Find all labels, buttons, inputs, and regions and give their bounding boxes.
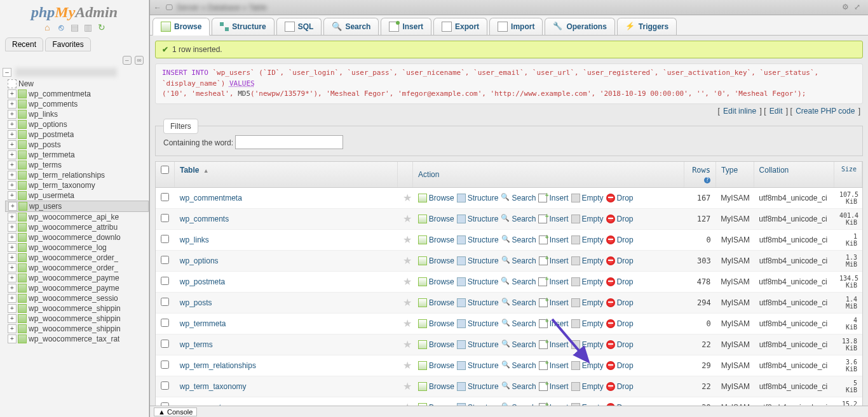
link-icon[interactable]: ∞ xyxy=(135,56,144,65)
filter-input[interactable] xyxy=(235,135,343,149)
action-drop[interactable]: Drop xyxy=(606,298,634,307)
sidebar-table-wp_terms[interactable]: + wp_terms xyxy=(5,160,149,170)
action-browse[interactable]: Browse xyxy=(418,319,454,328)
action-structure[interactable]: Structure xyxy=(457,361,499,370)
action-structure[interactable]: Structure xyxy=(457,298,499,307)
row-checkbox[interactable] xyxy=(161,319,169,327)
expand-icon[interactable]: + xyxy=(8,284,17,293)
action-drop[interactable]: Drop xyxy=(606,340,634,349)
expand-icon[interactable]: + xyxy=(8,100,17,109)
tab-browse[interactable]: Browse xyxy=(153,18,210,36)
sidebar-table-wp_woocommerce_tax_rat[interactable]: + wp_woocommerce_tax_rat xyxy=(5,334,149,344)
col-type[interactable]: Type xyxy=(716,162,754,187)
action-empty[interactable]: Empty xyxy=(571,361,604,370)
row-checkbox[interactable] xyxy=(161,361,169,369)
sidebar-table-wp_comments[interactable]: + wp_comments xyxy=(5,99,149,109)
expand-icon[interactable]: + xyxy=(8,304,17,313)
server-icon[interactable]: 🖵 xyxy=(165,3,173,12)
edit-link[interactable]: Edit xyxy=(770,107,783,116)
sidebar-table-wp_woocommerce_order_[interactable]: + wp_woocommerce_order_ xyxy=(5,263,149,273)
info-icon[interactable]: ? xyxy=(704,177,710,183)
action-drop[interactable]: Drop xyxy=(606,194,634,202)
sidebar-table-wp_woocommerce_sessio[interactable]: + wp_woocommerce_sessio xyxy=(5,293,149,303)
action-drop[interactable]: Drop xyxy=(606,235,634,244)
nav-toggle-icon[interactable]: ← xyxy=(154,3,161,12)
action-drop[interactable]: Drop xyxy=(606,361,634,370)
action-drop[interactable]: Drop xyxy=(606,277,634,286)
tab-operations[interactable]: Operations xyxy=(545,18,614,35)
favorite-star[interactable]: ★ xyxy=(398,378,413,394)
expand-icon[interactable]: + xyxy=(8,130,17,139)
table-name-link[interactable]: wp_commentmeta xyxy=(175,192,398,204)
action-empty[interactable]: Empty xyxy=(571,235,604,244)
action-structure[interactable]: Structure xyxy=(457,319,499,328)
console-toggle[interactable]: ▲ Console xyxy=(154,407,197,416)
favorites-tab[interactable]: Favorites xyxy=(45,37,90,51)
collapse-all-icon[interactable]: – xyxy=(123,56,132,65)
action-search[interactable]: Search xyxy=(501,277,536,286)
row-checkbox[interactable] xyxy=(161,381,169,390)
action-browse[interactable]: Browse xyxy=(418,215,454,223)
expand-icon[interactable]: + xyxy=(8,140,17,149)
action-structure[interactable]: Structure xyxy=(457,340,499,349)
action-search[interactable]: Search xyxy=(501,298,536,307)
logout-icon[interactable]: ⎋ xyxy=(56,22,66,32)
expand-icon[interactable]: + xyxy=(8,233,17,242)
sidebar-table-wp_woocommerce_shippin[interactable]: + wp_woocommerce_shippin xyxy=(5,303,149,314)
action-empty[interactable]: Empty xyxy=(571,215,604,223)
sidebar-table-wp_usermeta[interactable]: + wp_usermeta xyxy=(5,190,149,201)
action-insert[interactable]: Insert xyxy=(539,298,569,307)
expand-icon[interactable]: + xyxy=(8,120,17,129)
favorite-star[interactable]: ★ xyxy=(398,336,413,352)
expand-icon[interactable]: + xyxy=(8,181,17,190)
action-empty[interactable]: Empty xyxy=(571,319,604,328)
row-checkbox[interactable] xyxy=(161,277,169,285)
action-browse[interactable]: Browse xyxy=(418,194,454,202)
tab-sql[interactable]: SQL xyxy=(276,18,322,35)
sidebar-table-wp_woocommerce_api_ke[interactable]: + wp_woocommerce_api_ke xyxy=(5,212,149,222)
col-table[interactable]: Table ▲ xyxy=(175,162,398,187)
row-checkbox[interactable] xyxy=(161,340,169,348)
action-empty[interactable]: Empty xyxy=(571,277,604,286)
sidebar-table-wp_woocommerce_order_[interactable]: + wp_woocommerce_order_ xyxy=(5,253,149,263)
tab-structure[interactable]: Structure xyxy=(212,18,274,35)
table-name-link[interactable]: wp_comments xyxy=(175,213,398,225)
expand-icon[interactable]: + xyxy=(8,263,17,272)
row-checkbox[interactable] xyxy=(161,256,169,264)
sidebar-table-wp_options[interactable]: + wp_options xyxy=(5,119,149,129)
expand-icon[interactable]: + xyxy=(8,314,17,323)
sidebar-table-wp_woocommerce_attribu[interactable]: + wp_woocommerce_attribu xyxy=(5,222,149,232)
action-insert[interactable]: Insert xyxy=(539,361,569,370)
action-empty[interactable]: Empty xyxy=(571,194,604,202)
action-structure[interactable]: Structure xyxy=(457,256,499,265)
tree-new-table[interactable]: New xyxy=(5,79,149,89)
tab-search[interactable]: Search xyxy=(323,18,379,35)
sidebar-table-wp_woocommerce_shippin[interactable]: + wp_woocommerce_shippin xyxy=(5,324,149,334)
table-name-link[interactable]: wp_term_taxonomy xyxy=(175,380,398,393)
reload-icon[interactable]: ↻ xyxy=(97,22,107,32)
row-checkbox[interactable] xyxy=(161,298,169,306)
expand-icon[interactable]: + xyxy=(8,161,17,169)
sidebar-table-wp_termmeta[interactable]: + wp_termmeta xyxy=(5,150,149,160)
expand-icon[interactable]: + xyxy=(8,150,17,159)
expand-icon[interactable]: + xyxy=(8,223,17,232)
action-empty[interactable]: Empty xyxy=(571,340,604,349)
sidebar-table-wp_woocommerce_log[interactable]: + wp_woocommerce_log xyxy=(5,242,149,253)
collapse-icon[interactable]: – xyxy=(3,68,11,77)
expand-icon[interactable]: + xyxy=(8,110,17,119)
action-empty[interactable]: Empty xyxy=(571,256,604,265)
col-rows[interactable]: Rows? xyxy=(684,162,716,187)
expand-icon[interactable]: + xyxy=(8,324,17,333)
table-name-link[interactable]: wp_termmeta xyxy=(175,317,398,330)
action-search[interactable]: Search xyxy=(501,194,536,202)
action-insert[interactable]: Insert xyxy=(538,194,568,202)
page-settings-icon[interactable]: ⤢ xyxy=(854,3,864,13)
settings-icon[interactable]: ▥ xyxy=(83,22,93,32)
action-search[interactable]: Search xyxy=(501,215,536,223)
table-name-link[interactable]: wp_posts xyxy=(175,296,398,309)
action-search[interactable]: Search xyxy=(501,235,536,244)
action-structure[interactable]: Structure xyxy=(457,382,499,391)
action-insert[interactable]: Insert xyxy=(539,382,569,391)
select-all-checkbox[interactable] xyxy=(161,166,169,174)
create-php-link[interactable]: Create PHP code xyxy=(796,107,855,116)
